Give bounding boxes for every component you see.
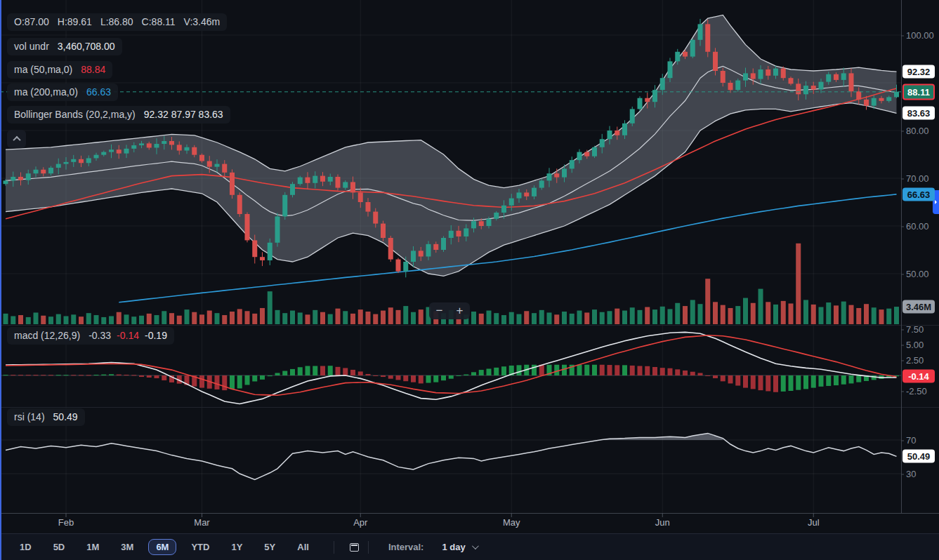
chevron-right-icon [935,200,937,204]
price-axis-tick: 70.00 [906,173,929,184]
toolbar-divider [368,541,369,554]
calendar-button[interactable] [347,540,362,555]
ohlc-item: O:87.00 [14,16,49,27]
macd-axis-tick: 2.50 [906,355,924,366]
ma200-legend-row[interactable]: ma (200,ma,0)66.63 [7,84,118,101]
zoom-controls: − + [429,302,470,319]
bollinger-indicator-label: Bollinger Bands (20,2,ma,y) [14,109,136,120]
rsi-indicator-value: 50.49 [53,411,78,422]
macd-axis-tick: -2.50 [906,386,927,396]
macd-value-3: -0.19 [145,330,167,341]
rsi-axis-tick: 70 [906,435,916,446]
macd-axis-tick: 7.50 [906,324,924,335]
macd-legend-row[interactable]: macd (12,26,9)-0.33-0.14-0.19 [7,327,174,345]
chevron-up-icon [13,136,20,144]
range-button-all[interactable]: All [296,540,310,554]
rsi-axis-tick: 30 [906,469,916,479]
left-edge-accent [0,0,1,560]
zoom-in-button[interactable]: + [454,304,466,318]
time-axis-label: Mar [194,517,209,528]
time-axis-label: May [503,517,520,528]
macd-value-2: -0.14 [117,330,139,341]
ma200-indicator-value: 66.63 [86,86,111,98]
range-button-1y[interactable]: 1Y [230,540,244,554]
zoom-out-button[interactable]: − [433,304,446,318]
ohlc-item: C:88.11 [142,16,176,27]
toolbar-divider [334,541,334,554]
chevron-down-icon [472,542,479,549]
calendar-icon [350,543,359,552]
time-axis-label: Feb [58,517,74,528]
ohlc-legend-row[interactable]: O:87.00H:89.61L:86.80C:88.11V:3.46m [7,13,227,31]
price-axis-badge: 92.32 [902,65,935,79]
time-axis-label: Apr [353,517,367,528]
range-button-6m[interactable]: 6M [148,539,176,555]
macd-axis-badge: -0.14 [902,370,935,383]
bollinger-indicator-values: 92.32 87.97 83.63 [144,109,223,120]
ma50-indicator-label: ma (50,ma,0) [14,64,72,75]
time-axis-label: Jun [655,517,670,528]
volume-indicator-value: 3,460,708.00 [58,41,115,52]
ma50-indicator-value: 88.84 [81,64,105,75]
collapse-legend-button[interactable] [7,130,26,148]
price-axis-tick: 50.00 [906,269,929,279]
time-axis-label: Jul [808,517,820,528]
volume-legend-row[interactable]: vol undr3,460,708.00 [7,38,122,55]
volume-axis-badge: 3.46M [902,300,935,314]
ohlc-item: V:3.46m [184,16,221,27]
ma200-indicator-label: ma (200,ma,0) [14,86,78,98]
price-axis-tick: 80.00 [906,126,929,136]
ohlc-item: H:89.61 [58,16,92,27]
interval-dropdown[interactable]: 1 day [442,542,476,552]
macd-indicator-label: macd (12,26,9) [14,330,80,341]
macd-axis-tick: 5.00 [906,340,924,350]
volume-indicator-label: vol undr [14,41,49,52]
range-button-5d[interactable]: 5D [52,540,67,554]
ohlc-item: L:86.80 [100,16,133,27]
price-axis-tick: 100.00 [906,30,934,41]
range-button-1d[interactable]: 1D [18,540,33,554]
range-button-3m[interactable]: 3M [119,540,135,554]
range-button-ytd[interactable]: YTD [190,540,211,554]
price-axis-badge: 88.11 [902,84,935,100]
rsi-legend-row[interactable]: rsi (14)50.49 [7,408,85,426]
rsi-indicator-label: rsi (14) [14,411,45,422]
bottom-toolbar: 1D5D1M3M6MYTD1Y5YAll Interval: 1 day [0,534,939,560]
chart-canvas[interactable] [0,0,939,535]
price-axis-badge: 66.63 [902,187,935,201]
ma50-legend-row[interactable]: ma (50,ma,0)88.84 [7,61,112,79]
interval-value: 1 day [442,542,465,552]
rsi-axis-badge: 50.49 [902,450,935,463]
price-axis-badge: 83.63 [902,107,935,120]
trading-chart-app: O:87.00H:89.61L:86.80C:88.11V:3.46m vol … [0,0,939,560]
interval-label: Interval: [388,542,424,552]
range-button-5y[interactable]: 5Y [263,540,277,554]
range-button-1m[interactable]: 1M [85,540,100,554]
range-buttons-group: 1D5D1M3M6MYTD1Y5YAll [18,539,329,555]
price-axis-tick: 60.00 [906,221,929,232]
macd-value-1: -0.33 [88,330,111,341]
bollinger-legend-row[interactable]: Bollinger Bands (20,2,ma,y)92.32 87.97 8… [7,106,230,124]
